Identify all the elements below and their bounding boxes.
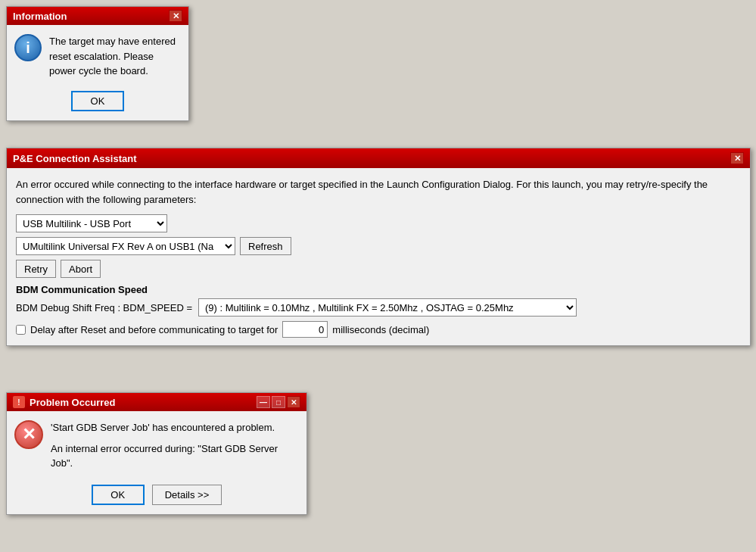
information-titlebar: Information ✕ <box>7 7 188 25</box>
problem-message-line1: 'Start GDB Server Job' has encountered a… <box>51 420 299 435</box>
pne-delay-input[interactable] <box>282 321 328 338</box>
problem-ok-button[interactable]: OK <box>92 485 145 505</box>
problem-body: ✕ 'Start GDB Server Job' has encountered… <box>7 411 306 480</box>
pne-delay-checkbox[interactable] <box>16 325 26 335</box>
information-close-button[interactable]: ✕ <box>169 10 182 22</box>
pne-delay-unit: milliseconds (decimal) <box>332 324 429 335</box>
pne-titlebar: P&E Connection Assistant ✕ <box>7 148 750 168</box>
pne-retry-button[interactable]: Retry <box>16 260 56 278</box>
problem-error-icon: ✕ <box>14 420 43 449</box>
pne-dropdown2-row: UMultilink Universal FX Rev A on USB1 (N… <box>16 237 741 255</box>
problem-footer: OK Details >> <box>7 480 306 514</box>
pne-delay-row: Delay after Reset and before communicati… <box>16 321 741 338</box>
pne-close-button[interactable]: ✕ <box>730 152 744 164</box>
pne-connection-dialog: P&E Connection Assistant ✕ An error occu… <box>6 148 751 346</box>
problem-minimize-button[interactable]: — <box>257 396 270 408</box>
problem-occurred-dialog: ! Problem Occurred — □ ✕ ✕ 'Start GDB Se… <box>6 392 307 515</box>
pne-title: P&E Connection Assistant <box>13 153 136 164</box>
problem-titlebar: ! Problem Occurred — □ ✕ <box>7 393 306 411</box>
problem-message: 'Start GDB Server Job' has encountered a… <box>51 420 299 471</box>
pne-bdm-select[interactable]: (9) : Multilink = 0.10Mhz , Multilink FX… <box>198 298 577 317</box>
pne-error-text: An error occured while connecting to the… <box>16 177 741 207</box>
pne-dropdown1-row: USB Multilink - USB Port <box>16 214 741 232</box>
pne-abort-button[interactable]: Abort <box>61 260 101 278</box>
problem-restore-button[interactable]: □ <box>272 396 285 408</box>
problem-message-line2: An internal error occurred during: "Star… <box>51 441 299 471</box>
pne-device-select[interactable]: UMultilink Universal FX Rev A on USB1 (N… <box>16 237 235 255</box>
pne-body: An error occured while connecting to the… <box>7 168 750 345</box>
pne-bdm-section-title: BDM Communication Speed <box>16 284 741 295</box>
problem-close-button[interactable]: ✕ <box>287 396 300 408</box>
pne-bdm-label: BDM Debug Shift Freq : BDM_SPEED = <box>16 302 192 313</box>
pne-interface-select[interactable]: USB Multilink - USB Port <box>16 214 167 232</box>
information-title: Information <box>13 11 67 22</box>
problem-details-button[interactable]: Details >> <box>152 485 222 505</box>
information-footer: OK <box>7 88 188 120</box>
information-ok-button[interactable]: OK <box>71 91 124 111</box>
problem-title-icon: ! <box>13 396 25 408</box>
information-body: i The target may have entered reset esca… <box>7 25 188 88</box>
pne-refresh-button[interactable]: Refresh <box>240 237 291 255</box>
problem-title: Problem Occurred <box>30 397 252 408</box>
information-icon: i <box>14 34 42 61</box>
pne-bdm-row: BDM Debug Shift Freq : BDM_SPEED = (9) :… <box>16 298 741 317</box>
information-message: The target may have entered reset escala… <box>49 34 181 79</box>
pne-action-row: Retry Abort <box>16 260 741 278</box>
problem-window-controls: — □ ✕ <box>257 396 300 408</box>
pne-delay-label: Delay after Reset and before communicati… <box>30 324 278 335</box>
information-dialog: Information ✕ i The target may have ente… <box>6 6 189 121</box>
